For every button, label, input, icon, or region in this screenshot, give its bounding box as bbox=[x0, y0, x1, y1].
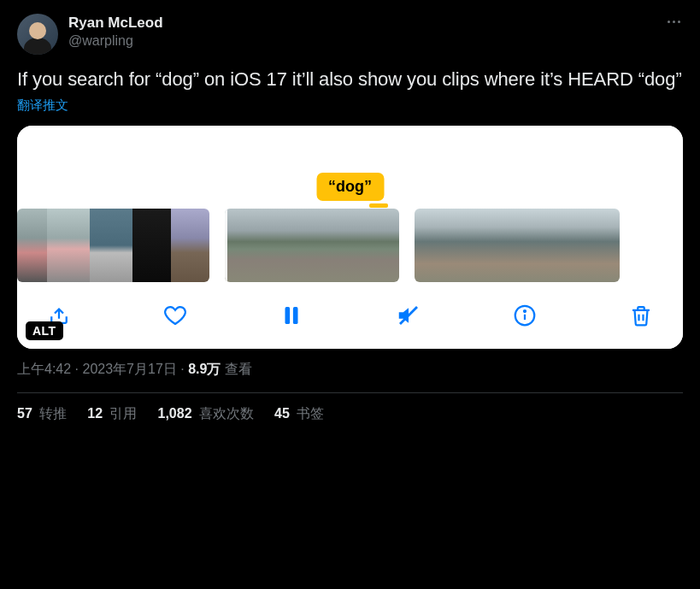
mute-icon[interactable] bbox=[392, 299, 425, 332]
svg-rect-1 bbox=[293, 307, 298, 324]
tweet-stats: 57 转推 12 引用 1,082 喜欢次数 45 书签 bbox=[17, 405, 683, 423]
tweet-date[interactable]: 2023年7月17日 bbox=[82, 362, 176, 376]
svg-point-5 bbox=[524, 310, 526, 312]
tweet-time[interactable]: 上午4:42 bbox=[17, 362, 71, 376]
tweet-container: Ryan McLeod @warpling If you search for … bbox=[0, 0, 700, 437]
avatar[interactable] bbox=[17, 14, 58, 55]
tweet-text: If you search for “dog” on iOS 17 it’ll … bbox=[17, 67, 683, 92]
video-thumb bbox=[47, 209, 90, 282]
video-thumb bbox=[171, 209, 209, 282]
user-handle[interactable]: @warpling bbox=[68, 32, 163, 50]
trash-icon[interactable] bbox=[625, 299, 657, 332]
playhead-marker bbox=[369, 203, 388, 208]
display-name[interactable]: Ryan McLeod bbox=[68, 14, 163, 32]
video-thumb bbox=[517, 209, 551, 282]
search-term-label: “dog” bbox=[316, 173, 384, 201]
bookmarks-stat[interactable]: 45 书签 bbox=[274, 405, 324, 423]
video-thumb bbox=[585, 209, 620, 282]
alt-badge[interactable]: ALT bbox=[26, 321, 63, 340]
media-controls bbox=[17, 284, 683, 349]
media-whitespace: “dog” bbox=[17, 126, 683, 199]
video-thumb bbox=[90, 209, 132, 282]
retweets-stat[interactable]: 57 转推 bbox=[17, 405, 67, 423]
tweet-header: Ryan McLeod @warpling bbox=[17, 14, 683, 55]
likes-stat[interactable]: 1,082 喜欢次数 bbox=[158, 405, 255, 423]
video-thumb bbox=[483, 209, 517, 282]
video-thumb bbox=[225, 209, 283, 282]
svg-rect-0 bbox=[285, 307, 291, 324]
views-count: 8.9万 bbox=[188, 362, 221, 376]
views-label: 查看 bbox=[221, 362, 251, 376]
video-thumb bbox=[415, 209, 449, 282]
clip-group[interactable] bbox=[225, 209, 399, 282]
clip-group[interactable] bbox=[17, 209, 209, 282]
clip-group[interactable] bbox=[415, 209, 620, 282]
video-timeline[interactable] bbox=[17, 199, 683, 284]
translate-link[interactable]: 翻译推文 bbox=[17, 97, 68, 114]
video-thumb bbox=[283, 209, 341, 282]
video-thumb bbox=[132, 209, 171, 282]
pause-icon[interactable] bbox=[275, 299, 308, 332]
more-icon[interactable] bbox=[662, 10, 685, 32]
tweet-meta: 上午4:42 · 2023年7月17日 · 8.9万 查看 bbox=[17, 361, 683, 379]
video-thumb bbox=[17, 209, 47, 282]
video-thumb bbox=[449, 209, 483, 282]
heart-icon[interactable] bbox=[159, 299, 191, 332]
tweet-media[interactable]: “dog” bbox=[17, 126, 683, 349]
info-icon[interactable] bbox=[509, 299, 541, 332]
video-thumb bbox=[551, 209, 585, 282]
quotes-stat[interactable]: 12 引用 bbox=[87, 405, 137, 423]
divider bbox=[17, 392, 683, 393]
video-thumb bbox=[341, 209, 399, 282]
